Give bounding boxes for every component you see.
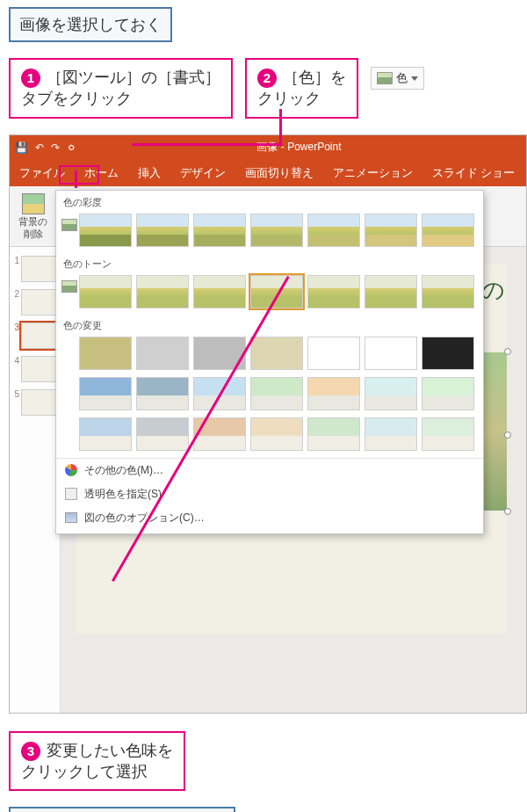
slide-thumb[interactable] [21, 256, 56, 282]
window-title: 画像 - PowerPoint [77, 140, 521, 155]
step1-line2: タブをクリック [21, 90, 132, 107]
powerpoint-window: 💾 ↶ ↷ ⭘ 画像 - PowerPoint ファイル ホーム 挿入 デザイン… [9, 134, 527, 714]
color-swatch[interactable] [136, 417, 189, 451]
step1-line1: ［図ツール］の［書式］ [47, 69, 220, 86]
color-swatch[interactable] [365, 337, 417, 370]
color-swatch[interactable] [79, 377, 132, 410]
color-swatch[interactable] [136, 377, 189, 410]
thumb-num: 1 [12, 256, 19, 265]
color-swatch[interactable] [136, 275, 189, 308]
slide-thumb-current[interactable] [21, 323, 56, 349]
color-swatch[interactable] [365, 275, 417, 308]
color-swatch[interactable] [193, 275, 246, 308]
section-saturation: 色の彩度 [56, 191, 483, 212]
color-swatch[interactable] [193, 417, 246, 451]
thumb-num: 5 [12, 389, 19, 399]
color-swatch[interactable] [250, 417, 303, 451]
color-swatch[interactable] [250, 337, 303, 370]
section-tone: 色のトーン [56, 252, 483, 273]
chevron-down-icon [411, 76, 418, 81]
tab-transitions[interactable]: 画面切り替え [235, 161, 323, 186]
color-swatch[interactable] [79, 275, 132, 308]
remove-background-label: 背景の 削除 [18, 216, 47, 241]
tab-animations[interactable]: アニメーション [323, 161, 422, 186]
qat-save-icon[interactable]: 💾 [15, 141, 28, 154]
thumb-num: 4 [12, 356, 19, 366]
ribbon-tabs: ファイル ホーム 挿入 デザイン 画面切り替え アニメーション スライド ショー… [10, 160, 526, 186]
set-transparent-label: 透明色を指定(S) [84, 487, 162, 502]
color-swatch[interactable] [422, 214, 474, 247]
resize-handle[interactable] [504, 431, 511, 439]
color-swatch[interactable] [250, 214, 303, 247]
quick-access-toolbar: 💾 ↶ ↷ ⭘ [15, 141, 77, 154]
title-bar: 💾 ↶ ↷ ⭘ 画像 - PowerPoint [10, 135, 526, 160]
color-button-sample-label: 色 [396, 70, 408, 86]
color-swatch[interactable] [307, 337, 360, 370]
picture-icon [65, 512, 77, 523]
step3-callout: 3 変更したい色味を クリックして選択 [9, 731, 185, 792]
step2-number: 2 [257, 69, 277, 88]
color-wheel-icon [65, 464, 77, 476]
color-swatch[interactable] [365, 417, 417, 451]
thumb-wrap[interactable]: 1 [12, 256, 57, 282]
tab-home[interactable]: ホーム [75, 161, 128, 186]
color-swatch[interactable] [136, 337, 189, 370]
step2-line2: クリック [257, 90, 321, 107]
color-swatch[interactable] [250, 275, 303, 308]
section-recolor: 色の変更 [56, 314, 483, 335]
color-swatch[interactable] [422, 417, 474, 451]
color-swatch[interactable] [422, 275, 474, 308]
color-swatch[interactable] [79, 417, 132, 451]
tab-insert[interactable]: 挿入 [128, 161, 170, 186]
color-swatch[interactable] [422, 337, 474, 370]
remove-background-icon [22, 193, 45, 214]
row-icon [61, 280, 76, 293]
resize-handle[interactable] [504, 508, 511, 515]
color-swatch[interactable] [365, 377, 417, 410]
remove-background-button[interactable]: 背景の 削除 [15, 192, 51, 243]
color-swatch[interactable] [307, 417, 360, 451]
leader-line [132, 143, 282, 146]
slide-thumb[interactable] [21, 289, 56, 315]
color-swatch[interactable] [307, 377, 360, 410]
qat-undo-icon[interactable]: ↶ [35, 141, 44, 154]
picture-icon [377, 72, 393, 84]
color-swatch[interactable] [136, 214, 189, 247]
step2-line1: ［色］を [283, 69, 346, 86]
color-button-sample: 色 [371, 67, 424, 90]
thumb-num: 3 [12, 323, 19, 332]
step1-callout: 1 ［図ツール］の［書式］ タブをクリック [9, 58, 233, 119]
thumb-wrap[interactable]: 2 [12, 289, 57, 315]
result-callout: 画像全体の色味が変更される [9, 807, 235, 812]
recolor-row [56, 375, 483, 416]
qat-redo-icon[interactable]: ↷ [51, 141, 60, 154]
tab-slideshow[interactable]: スライド ショー [422, 161, 524, 186]
slide-thumbnails-pane[interactable]: 1 2 3 4 5 [10, 247, 61, 713]
color-swatch[interactable] [79, 337, 132, 370]
slide-thumb[interactable] [21, 389, 56, 416]
color-swatch[interactable] [307, 214, 360, 247]
leader-line [75, 170, 77, 188]
thumb-num: 2 [12, 289, 19, 299]
precondition-callout: 画像を選択しておく [9, 7, 172, 42]
color-swatch[interactable] [422, 377, 474, 410]
tab-file[interactable]: ファイル [10, 161, 75, 186]
tab-design[interactable]: デザイン [170, 161, 235, 186]
step2-callout: 2 ［色］を クリック [245, 58, 358, 119]
slide-thumb[interactable] [21, 356, 56, 382]
resize-handle[interactable] [504, 348, 511, 355]
steps-row: 1 ［図ツール］の［書式］ タブをクリック 2 ［色］を クリック 色 [9, 58, 518, 119]
color-options-item[interactable]: 図の色のオプション(C)… [56, 506, 483, 530]
color-swatch[interactable] [365, 214, 417, 247]
thumb-wrap[interactable]: 5 [12, 389, 57, 416]
color-swatch[interactable] [79, 214, 132, 247]
thumb-wrap[interactable]: 3 [12, 323, 57, 349]
recolor-row [56, 335, 483, 375]
set-transparent-item[interactable]: 透明色を指定(S) [56, 482, 483, 506]
more-colors-item[interactable]: その他の色(M)… [56, 459, 483, 482]
color-swatch[interactable] [307, 275, 360, 308]
thumb-wrap[interactable]: 4 [12, 356, 57, 382]
qat-start-icon[interactable]: ⭘ [67, 141, 77, 154]
color-swatch[interactable] [193, 214, 246, 247]
color-swatch[interactable] [250, 377, 303, 410]
